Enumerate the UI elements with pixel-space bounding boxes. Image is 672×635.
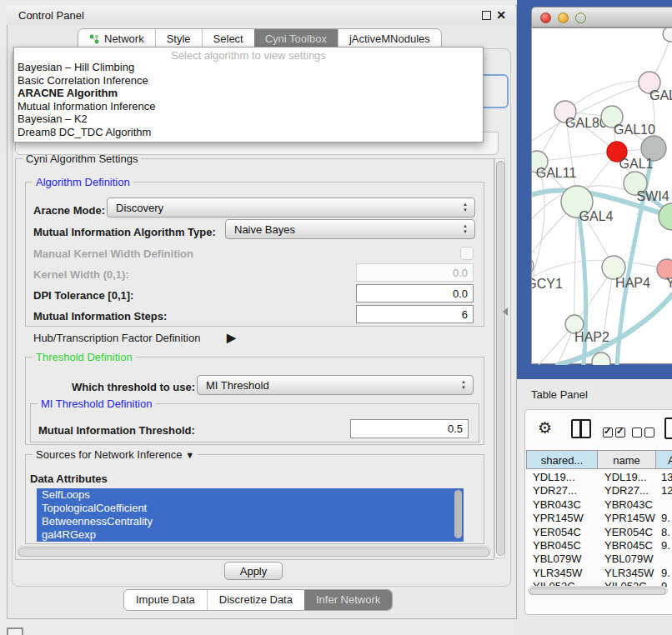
panel-splitter-arrow[interactable] xyxy=(503,308,508,316)
bottom-tab-infer-network[interactable]: Infer Network xyxy=(304,590,392,610)
node-label: GAL xyxy=(649,88,672,102)
network-canvas[interactable]: GALGAL80GAL10GAL1SWI4GAL11GAL4GCY1HAP4YH… xyxy=(531,28,672,364)
kernel-width-label: Kernel Width (0,1): xyxy=(33,268,129,281)
combo-arrows-icon: ▲▼ xyxy=(462,202,469,215)
table-cell: YLR345W xyxy=(526,567,598,580)
data-attribute-item[interactable]: TopologicalCoefficient xyxy=(37,502,464,515)
expand-arrow-icon[interactable]: ▼ xyxy=(185,450,194,460)
tab-label: jActiveMNodules xyxy=(349,32,430,45)
table-row[interactable]: YPR145WYPR145W9. xyxy=(526,512,672,525)
network-icon xyxy=(89,34,100,44)
settings-horizontal-scrollbar[interactable] xyxy=(17,546,491,557)
algorithm-option[interactable]: ARACNE Algorithm xyxy=(14,87,483,100)
table-row[interactable]: YBL079WYBL079W xyxy=(526,552,672,566)
node-label: GAL1 xyxy=(619,157,654,171)
network-window-titlebar[interactable] xyxy=(531,7,672,28)
mi-type-combobox[interactable]: Naive Bayes ▲▼ xyxy=(225,219,475,239)
table-row[interactable]: YDR27...YDR27...12 xyxy=(526,484,672,498)
collapse-arrow-icon[interactable]: ▶ xyxy=(227,331,236,344)
data-attribute-item[interactable]: gal4RGexp xyxy=(37,528,464,542)
network-graph: GALGAL80GAL10GAL1SWI4GAL11GAL4GCY1HAP4YH… xyxy=(532,28,672,365)
algorithm-option[interactable]: Bayesian – Hill Climbing xyxy=(14,61,483,74)
algorithm-option[interactable]: Mutual Information Inference xyxy=(14,100,483,113)
manual-kernel-checkbox[interactable] xyxy=(460,247,474,260)
algorithm-select-popup: Select algorithm to view settings Bayesi… xyxy=(13,47,484,142)
table-row[interactable]: YER054CYER054C8. xyxy=(526,526,672,539)
traffic-close-icon[interactable] xyxy=(540,12,551,23)
table-cell: YBR043C xyxy=(526,498,598,512)
table-row[interactable]: YDL19...YDL19...13 xyxy=(526,471,672,484)
select-all-columns-icon[interactable] xyxy=(603,426,628,441)
mi-type-value: Naive Bayes xyxy=(234,223,295,236)
table-horizontal-scrollbar[interactable] xyxy=(528,586,668,595)
bottom-tab-discretize-data[interactable]: Discretize Data xyxy=(207,590,304,610)
table-cell: 9. xyxy=(656,512,672,525)
table-cell: 9. xyxy=(656,539,672,552)
table-panel-title: Table Panel xyxy=(531,388,588,401)
tab-label: Style xyxy=(167,32,191,45)
algorithm-option[interactable]: Dream8 DC_TDC Algorithm xyxy=(14,126,483,139)
new-column-icon[interactable] xyxy=(664,418,672,439)
algorithm-popup-prompt: Select algorithm to view settings xyxy=(14,48,483,61)
list-scrollbar[interactable] xyxy=(454,490,462,538)
split-view-icon[interactable] xyxy=(571,419,591,438)
which-threshold-combobox[interactable]: MI Threshold ▲▼ xyxy=(197,375,474,395)
aracne-mode-label: Aracne Mode: xyxy=(33,204,105,217)
hub-definition-label[interactable]: Hub/Transcription Factor Definition xyxy=(33,332,200,344)
column-header-name[interactable]: name xyxy=(597,450,656,469)
tab-label: Select xyxy=(213,32,243,45)
node-label: Y xyxy=(666,276,672,290)
table-cell: YBR045C xyxy=(526,539,598,552)
table-cell: YLR345W xyxy=(598,567,656,580)
column-header-partial[interactable]: A xyxy=(655,450,672,469)
mi-steps-input[interactable]: 6 xyxy=(356,305,474,323)
algorithm-option[interactable]: Basic Correlation Inference xyxy=(14,74,483,88)
tab-label: Network xyxy=(104,32,144,45)
control-panel-titlebar[interactable]: Control Panel ✕ xyxy=(7,5,515,25)
table-cell xyxy=(656,498,672,512)
traffic-minimize-icon[interactable] xyxy=(558,12,569,23)
aracne-mode-combobox[interactable]: Discovery ▲▼ xyxy=(107,198,475,218)
network-node[interactable] xyxy=(663,28,672,42)
data-attributes-list[interactable]: SelfLoopsTopologicalCoefficientBetweenne… xyxy=(37,488,464,542)
manual-kernel-label: Manual Kernel Width Definition xyxy=(33,248,193,260)
combo-arrows-icon: ▲▼ xyxy=(462,223,469,237)
table-cell: YPR145W xyxy=(598,512,656,525)
deselect-all-columns-icon[interactable] xyxy=(632,426,657,441)
table-cell: YDR27... xyxy=(526,484,598,498)
mi-threshold-title: MI Threshold Definition xyxy=(38,398,155,410)
table-cell: YBR045C xyxy=(598,539,656,552)
traffic-zoom-icon[interactable] xyxy=(575,12,586,23)
mi-threshold-label: Mutual Information Threshold: xyxy=(38,424,195,437)
algorithm-option[interactable]: Bayesian – K2 xyxy=(14,112,483,126)
node-label: GAL11 xyxy=(536,166,577,180)
gear-icon[interactable]: ⚙ xyxy=(538,418,552,438)
table-cell: YDL19... xyxy=(526,471,598,484)
sources-title: Sources for Network Inference xyxy=(36,448,183,461)
table-row[interactable]: YBR043CYBR043C xyxy=(526,498,672,512)
network-node[interactable] xyxy=(592,352,610,365)
float-icon[interactable] xyxy=(482,11,491,20)
table-cell: YDR27... xyxy=(598,484,656,498)
close-icon[interactable]: ✕ xyxy=(496,8,506,22)
screen: Control Panel ✕ NetworkStyleSelectCyni T… xyxy=(0,0,672,635)
data-attribute-item[interactable]: BetweennessCentrality xyxy=(37,515,464,528)
table-cell: YPR145W xyxy=(526,512,598,525)
column-header-shared[interactable]: shared... xyxy=(526,450,598,469)
node-label: SWI4 xyxy=(636,189,669,203)
dpi-tolerance-label: DPI Tolerance [0,1]: xyxy=(33,289,133,302)
minimized-panel-icon[interactable] xyxy=(7,628,23,635)
table-body[interactable]: YDL19...YDL19...13YDR27...YDR27...12YBR0… xyxy=(526,471,672,587)
algorithm-definition-title: Algorithm Definition xyxy=(33,176,133,188)
kernel-width-input[interactable]: 0.0 xyxy=(356,263,474,282)
mi-threshold-input[interactable]: 0.5 xyxy=(350,419,469,438)
table-row[interactable]: YLR345WYLR345W9. xyxy=(526,567,672,580)
mi-type-label: Mutual Information Algorithm Type: xyxy=(33,226,216,238)
bottom-tab-impute-data[interactable]: Impute Data xyxy=(124,590,207,610)
dpi-tolerance-input[interactable]: 0.0 xyxy=(356,284,474,302)
apply-button[interactable]: Apply xyxy=(224,562,283,580)
table-row[interactable]: YBR045CYBR045C9. xyxy=(526,539,672,552)
data-attribute-item[interactable]: SelfLoops xyxy=(37,488,464,502)
node-label: GAL10 xyxy=(614,122,655,137)
settings-vertical-scrollbar[interactable] xyxy=(494,158,505,558)
